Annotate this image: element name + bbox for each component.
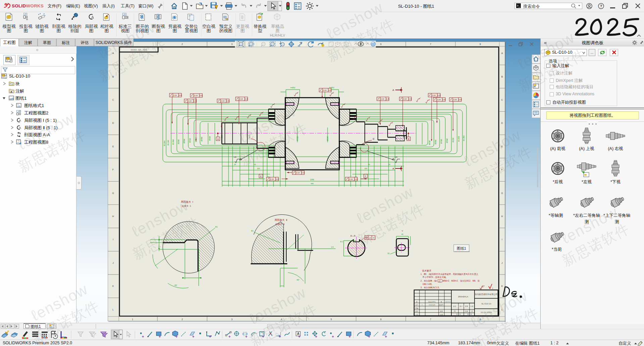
svg-text:A: A xyxy=(19,119,21,122)
svg-text:A-B: A-B xyxy=(438,94,441,96)
svg-text:J.: J. xyxy=(422,304,423,306)
svg-text:1.6: 1.6 xyxy=(395,156,397,158)
svg-text:的视图: 的视图 xyxy=(219,28,233,33)
svg-text:L: L xyxy=(112,308,114,311)
svg-text:备: 备 xyxy=(416,301,418,303)
svg-text:Ø68h6: Ø68h6 xyxy=(435,140,437,144)
svg-text:Ø120k6: Ø120k6 xyxy=(164,140,165,146)
svg-text:置视图: 置视图 xyxy=(185,28,198,33)
svg-text:I: I xyxy=(113,238,113,241)
svg-text:0.04: 0.04 xyxy=(194,95,198,97)
svg-text:!: ! xyxy=(215,6,216,9)
svg-text:图: 图 xyxy=(173,28,177,33)
svg-text:Ø56k6: Ø56k6 xyxy=(209,136,211,141)
svg-text:第 1 张: 第 1 张 xyxy=(467,313,472,315)
svg-text:A: A xyxy=(10,90,12,93)
svg-text:B: B xyxy=(112,76,114,78)
svg-text:0.04: 0.04 xyxy=(437,99,441,101)
svg-text:GB1 3-85。: GB1 3-85。 xyxy=(423,283,434,285)
svg-text:R1: R1 xyxy=(251,230,253,232)
svg-text:A-B: A-B xyxy=(179,94,182,96)
svg-text:6: 6 xyxy=(380,43,382,45)
svg-text:3: 3 xyxy=(231,43,233,45)
svg-text:5: 5 xyxy=(331,318,332,320)
svg-text:D: D xyxy=(112,122,114,124)
svg-text:H: H xyxy=(112,215,114,217)
svg-text:0.04: 0.04 xyxy=(349,178,353,180)
svg-text:年.月.日: 年.月.日 xyxy=(445,301,451,303)
svg-text:(A) 上视: (A) 上视 xyxy=(579,146,594,151)
svg-text:图: 图 xyxy=(57,28,61,33)
svg-text:8: 8 xyxy=(480,318,481,320)
svg-text:0.04: 0.04 xyxy=(403,98,407,100)
svg-text:质量: 质量 xyxy=(465,310,468,312)
svg-text:不小于80%，且靠近大端。: 不小于80%，且靠近大端。 xyxy=(422,276,448,278)
svg-text:41: 41 xyxy=(254,163,256,165)
svg-text:A: A xyxy=(91,15,94,19)
svg-text:V: V xyxy=(402,230,403,232)
svg-text:Ø64k6: Ø64k6 xyxy=(201,137,203,141)
svg-text:E: E xyxy=(501,145,503,148)
svg-text:A-B: A-B xyxy=(227,100,230,102)
svg-text:Ø92h6: Ø92h6 xyxy=(452,138,454,142)
svg-text:青岛新思诺软件有限公司: 青岛新思诺软件有限公司 xyxy=(475,293,498,296)
svg-text:SOLIDWORKS: SOLIDWORKS xyxy=(12,3,44,8)
svg-text:1.6: 1.6 xyxy=(369,237,371,239)
svg-text:B: B xyxy=(408,138,409,140)
svg-text:41: 41 xyxy=(401,233,403,235)
svg-text:0.04: 0.04 xyxy=(270,178,274,180)
svg-text:8: 8 xyxy=(480,43,481,45)
svg-text:100: 100 xyxy=(257,167,260,169)
svg-text:图: 图 xyxy=(7,28,11,33)
svg-text:技术要求: 技术要求 xyxy=(422,269,431,272)
svg-text:E: E xyxy=(260,175,262,178)
svg-text:A-B: A-B xyxy=(200,95,203,97)
svg-text:设计: 设计 xyxy=(415,304,418,306)
svg-text:45°: 45° xyxy=(175,284,177,286)
svg-text:II: II xyxy=(373,137,374,141)
svg-text:图: 图 xyxy=(241,28,245,33)
svg-text:B-2: B-2 xyxy=(340,241,343,243)
svg-text:校对: 校对 xyxy=(415,310,418,312)
svg-text:1: 1 xyxy=(492,287,493,289)
svg-text:质: 质 xyxy=(276,28,280,33)
svg-text:J: J xyxy=(501,262,503,264)
svg-text:A: A xyxy=(501,52,503,54)
svg-text:比例 5 : 1: 比例 5 : 1 xyxy=(182,205,191,207)
svg-text:0.04: 0.04 xyxy=(296,172,300,174)
svg-text:A-B: A-B xyxy=(386,98,389,100)
svg-text:Ø84h6: Ø84h6 xyxy=(446,138,448,143)
svg-text:0.04: 0.04 xyxy=(221,100,225,102)
svg-text:Ø60h6: Ø60h6 xyxy=(429,140,431,145)
svg-text:*左右二等角轴: *左右二等角轴 xyxy=(573,213,600,218)
svg-text:A—A: A—A xyxy=(350,235,356,237)
svg-text:L: L xyxy=(501,308,503,311)
svg-text:局部放大 Ⅱ: 局部放大 Ⅱ xyxy=(275,218,287,221)
svg-text:3、未注倒角为C1.5。: 3、未注倒角为C1.5。 xyxy=(420,286,441,289)
svg-text:B: B xyxy=(501,76,503,78)
svg-text:Z80HØALA: Z80HØALA xyxy=(458,296,468,298)
svg-text:0.04: 0.04 xyxy=(240,98,243,100)
svg-text:3: 3 xyxy=(231,318,233,320)
svg-text:A1: A1 xyxy=(454,310,456,312)
svg-text:测: 测 xyxy=(615,219,619,224)
svg-text:A-B: A-B xyxy=(302,172,305,174)
svg-text:6: 6 xyxy=(380,318,382,320)
svg-text:A-B: A-B xyxy=(355,178,358,180)
svg-text:A: A xyxy=(392,167,394,170)
svg-text:0.04: 0.04 xyxy=(432,94,436,96)
svg-text:F: F xyxy=(501,168,503,171)
svg-text:0.04: 0.04 xyxy=(381,98,385,100)
svg-text:J: J xyxy=(112,262,114,264)
svg-text:Ø112k6: Ø112k6 xyxy=(167,140,169,145)
svg-text:A: A xyxy=(392,89,394,92)
svg-text:51: 51 xyxy=(388,252,390,254)
svg-text:(238): (238) xyxy=(310,179,314,181)
svg-text:E: E xyxy=(112,145,114,148)
svg-text:F: F xyxy=(365,175,366,178)
svg-text:(A) 右视: (A) 右视 xyxy=(608,146,623,151)
svg-text:Ø108h6: Ø108h6 xyxy=(463,135,465,141)
svg-text:2024/10/8: 2024/10/8 xyxy=(429,304,435,306)
svg-text:剖视图: 剖视图 xyxy=(136,28,149,33)
svg-text:24: 24 xyxy=(388,163,390,165)
